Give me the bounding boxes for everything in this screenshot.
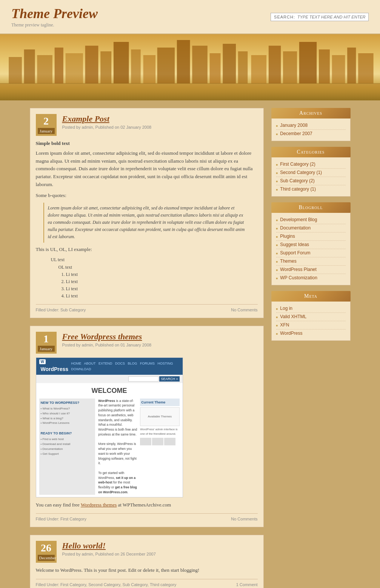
meta-link-login[interactable]: Log in xyxy=(280,306,292,311)
category-link-third[interactable]: Third category (1) xyxy=(280,186,316,192)
svg-rect-2 xyxy=(24,49,35,83)
wp-search-btn[interactable]: SEARCH » xyxy=(159,376,179,382)
svg-rect-9 xyxy=(131,49,140,83)
comments-count: No Comments xyxy=(231,308,257,312)
blogroll-link-wp-planet[interactable]: WordPress Planet xyxy=(280,267,317,272)
post-footer-2: Filled Under: First Category No Comments xyxy=(36,513,258,521)
page-wrapper: 2 January Example Post Posted by admin, … xyxy=(26,100,354,588)
site-tagline: Theme preview tagline. xyxy=(11,22,98,28)
meta-link-xhtml[interactable]: Valid XHTML xyxy=(280,314,306,319)
meta-link-wordpress[interactable]: WordPress xyxy=(280,331,302,336)
post-title[interactable]: Example Post xyxy=(62,114,152,124)
svg-rect-8 xyxy=(114,42,129,83)
categories-widget: Categories First Category (2) Second Cat… xyxy=(271,147,351,197)
svg-rect-10 xyxy=(143,55,155,83)
post-hello: 26 December Hello world! Posted by admin… xyxy=(30,535,264,588)
archives-content: January 2008 December 2007 xyxy=(271,119,351,141)
post-title-link[interactable]: Example Post xyxy=(62,114,109,123)
svg-rect-4 xyxy=(55,48,63,83)
blogroll-list: Development Blog Documentation Plugins S… xyxy=(276,216,346,282)
archive-item-dec2007: December 2007 xyxy=(276,130,346,138)
body-paragraph: Lorem ipsum dolor sit amet, consectetur … xyxy=(36,149,258,189)
post-2-body: You can easy find free Wordpress themes … xyxy=(36,501,258,509)
blockquote: Lorem ipsum dolor sit amet, consectetur … xyxy=(43,203,250,243)
svg-rect-20 xyxy=(299,42,317,83)
li-item-2: Li text xyxy=(66,278,258,285)
meta-title: Meta xyxy=(271,291,351,302)
wordpress-themes-link[interactable]: Wordpress themes xyxy=(81,502,117,508)
filled-under: Filled Under: Sub Category xyxy=(36,308,86,312)
post-title-area-3: Hello world! Posted by admin, Published … xyxy=(62,541,156,556)
svg-rect-12 xyxy=(177,40,190,83)
post-title-link-3[interactable]: Hello world! xyxy=(62,541,106,550)
category-link-sub[interactable]: Sub Category (2) xyxy=(280,178,314,183)
blogroll-link-plugins[interactable]: Plugins xyxy=(280,234,295,239)
post-title-3[interactable]: Hello world! xyxy=(62,541,156,551)
svg-rect-5 xyxy=(66,53,83,83)
bquote-label: Some b-quotes: xyxy=(36,192,258,200)
ul-item: UL text xyxy=(51,256,258,263)
search-form[interactable]: Search: xyxy=(271,13,369,21)
main-content: 2 January Example Post Posted by admin, … xyxy=(30,108,264,588)
date-day-3: 26 xyxy=(38,543,55,553)
filled-under-2: Filled Under: First Category xyxy=(36,517,87,521)
date-month: January xyxy=(38,128,55,134)
bold-text: Simple bold text xyxy=(36,140,258,148)
content-area: 2 January Example Post Posted by admin, … xyxy=(30,108,351,588)
post-header-2: 1 January Free Wordpress themes Posted b… xyxy=(36,332,258,354)
post-title-area: Example Post Posted by admin, Published … xyxy=(62,114,152,129)
blogroll-link-wp-custom[interactable]: WP Customization xyxy=(280,275,317,280)
blogroll-plugins: Plugins xyxy=(276,232,346,241)
category-link-first[interactable]: First Category (2) xyxy=(280,162,315,167)
li-item-3: Li text xyxy=(66,285,258,292)
category-sub: Sub Category (2) xyxy=(276,177,346,185)
post-title-2[interactable]: Free Wordpress themes xyxy=(62,332,152,342)
ol-label: OL text xyxy=(58,264,258,271)
blogroll-link-devblog[interactable]: Development Blog xyxy=(280,217,317,222)
blogroll-link-docs[interactable]: Documentation xyxy=(280,225,311,231)
blogroll-link-themes[interactable]: Themes xyxy=(280,259,296,264)
header: Theme Preview Theme preview tagline. Sea… xyxy=(0,0,380,34)
svg-rect-21 xyxy=(319,49,330,83)
meta-xfn: XFN xyxy=(276,321,346,329)
post-2-after: at WPThemesArchive.com xyxy=(117,502,171,508)
category-first: First Category (2) xyxy=(276,160,346,169)
search-input[interactable] xyxy=(297,15,365,19)
svg-rect-17 xyxy=(251,55,267,83)
li-item-4: Li text xyxy=(66,292,258,300)
post-body: Simple bold text Lorem ipsum dolor sit a… xyxy=(36,140,258,300)
svg-rect-15 xyxy=(223,44,236,83)
blogroll-link-suggest[interactable]: Suggest Ideas xyxy=(280,242,309,247)
date-box-2: 1 January xyxy=(36,332,57,354)
post-2-text: You can easy find free xyxy=(36,502,81,508)
post-header-3: 26 December Hello world! Posted by admin… xyxy=(36,541,258,563)
svg-rect-25 xyxy=(0,83,380,100)
svg-rect-3 xyxy=(37,55,52,83)
site-info: Theme Preview Theme preview tagline. xyxy=(11,6,98,28)
category-link-second[interactable]: Second Category (1) xyxy=(280,170,322,175)
archives-title: Archives xyxy=(271,108,351,119)
post-body-3: Welcome to WordPress. This is your first… xyxy=(36,566,258,574)
svg-rect-13 xyxy=(192,46,208,83)
post-title-link-2[interactable]: Free Wordpress themes xyxy=(62,332,142,341)
post-footer: Filled Under: Sub Category No Comments xyxy=(36,304,258,312)
wp-search-input[interactable] xyxy=(128,376,158,382)
date-month-2: January xyxy=(38,346,55,352)
post-example: 2 January Example Post Posted by admin, … xyxy=(30,108,264,318)
archive-link-dec2007[interactable]: December 2007 xyxy=(280,131,312,136)
meta-xhtml: Valid XHTML xyxy=(276,313,346,321)
meta-login: Log in xyxy=(276,305,346,313)
svg-rect-18 xyxy=(269,46,281,83)
date-day-2: 1 xyxy=(38,334,55,344)
list-section: UL text OL text Li text Li text Li text … xyxy=(43,256,258,300)
svg-rect-6 xyxy=(85,46,98,83)
post-wordpress: 1 January Free Wordpress themes Posted b… xyxy=(30,326,264,527)
blogroll-title: Blogroll xyxy=(271,202,351,213)
archive-link-jan2008[interactable]: January 2008 xyxy=(280,123,308,128)
blogroll-docs: Documentation xyxy=(276,224,346,232)
post-body-2: W WordPress HOME ABOUT EXTEND DOCS BLOG … xyxy=(36,357,258,509)
svg-rect-24 xyxy=(358,53,374,83)
city-skyline-svg xyxy=(0,34,380,100)
blogroll-link-support[interactable]: Support Forum xyxy=(280,250,310,256)
meta-link-xfn[interactable]: XFN xyxy=(280,322,289,328)
